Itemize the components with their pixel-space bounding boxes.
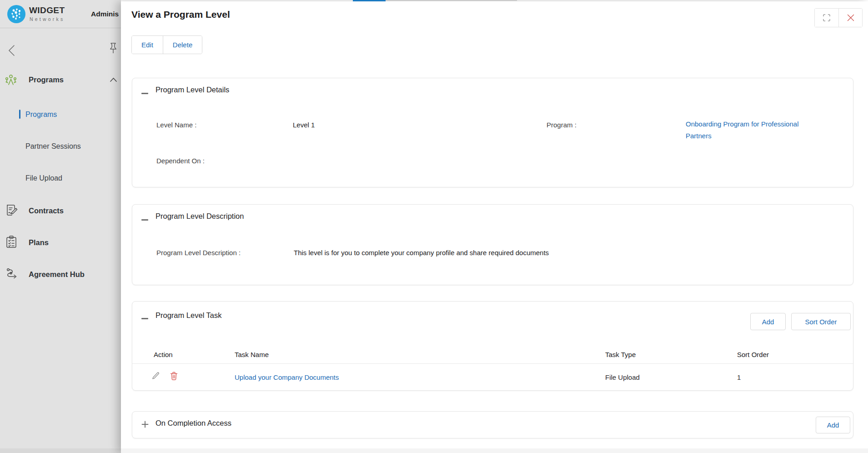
chevron-left-icon [7,44,17,57]
view-program-level-drawer: View a Program Level [121,1,868,453]
brand-logo-icon [7,5,25,23]
minus-icon [141,318,148,319]
horizontal-scrollbar-track[interactable] [0,448,868,453]
delete-button[interactable]: Delete [163,36,202,54]
close-button[interactable] [838,9,862,27]
plans-icon [5,235,18,249]
minus-icon [141,93,148,94]
sidebar-collapse-button[interactable] [6,44,18,58]
pencil-icon [151,371,160,380]
chevron-up-icon [110,77,117,82]
brand-title: WIDGET [29,5,65,15]
sidebar-item-contracts[interactable]: Contracts [0,203,121,219]
program-level-description-section: Program Level Description Program Level … [132,204,853,285]
program-link[interactable]: Onboarding Program for Professional Part… [686,118,812,142]
plus-icon [141,421,149,428]
window-controls [814,8,863,27]
trash-icon [170,371,178,381]
collapse-section-button[interactable] [141,88,149,96]
sidebar-item-label: Contracts [29,206,64,215]
expand-section-button[interactable] [141,421,149,428]
program-level-details-section: Program Level Details Level Name : Level… [132,78,853,187]
sidebar-item-agreement-hub[interactable]: Agreement Hub [0,267,121,282]
topbar: WIDGET Networks Adminis [0,0,121,28]
brand-subtitle: Networks [30,16,65,22]
edit-task-button[interactable] [151,371,160,382]
sidebar-item-plans[interactable]: Plans [0,235,121,251]
delete-task-button[interactable] [170,371,178,382]
sidebar: WIDGET Networks Adminis [0,0,121,453]
dependent-on-label: Dependent On : [156,157,205,165]
edit-button[interactable]: Edit [132,36,163,54]
fullscreen-button[interactable] [815,9,838,27]
column-header-sort-order: Sort Order [737,351,769,358]
sidebar-item-label: Agreement Hub [29,270,85,279]
program-level-task-section: Program Level Task Add Sort Order Action… [132,301,853,391]
sidebar-item-file-upload[interactable]: File Upload [25,174,62,182]
sidebar-item-programs[interactable]: Programs [25,111,57,119]
collapse-section-button[interactable] [141,313,149,321]
section-title: Program Level Description [156,212,244,221]
add-task-button[interactable]: Add [750,313,786,330]
pin-icon [107,41,119,56]
section-title: On Completion Access [156,419,231,428]
program-label: Program : [547,121,577,129]
section-title: Program Level Task [156,311,222,320]
background-tab-divider [386,0,517,1]
app-root: WIDGET Networks Adminis [0,0,868,453]
description-label: Program Level Description : [156,249,241,257]
active-item-indicator [19,110,20,119]
topbar-section-label: Adminis [91,10,121,18]
task-type-cell: File Upload [605,373,640,381]
pin-button[interactable] [107,41,120,57]
sort-order-button[interactable]: Sort Order [791,313,851,330]
record-toolbar: Edit Delete [131,35,202,54]
contracts-icon [5,203,19,217]
sort-order-cell: 1 [737,373,741,381]
description-value: This level is for you to complete your c… [294,249,549,257]
section-title: Program Level Details [156,86,229,94]
fullscreen-icon [823,14,831,22]
collapse-section-button[interactable] [141,215,149,222]
sidebar-group-programs[interactable]: Programs [0,73,121,88]
sidebar-group-label: Programs [29,76,64,84]
on-completion-access-section: On Completion Access Add [132,411,853,438]
add-completion-access-button[interactable]: Add [816,417,850,433]
column-header-action: Action [154,351,173,358]
programs-icon [4,73,18,87]
level-name-label: Level Name : [156,121,196,129]
level-name-value: Level 1 [293,121,315,129]
sidebar-item-label: Plans [29,238,49,247]
column-header-task-name: Task Name [235,351,269,358]
minus-icon [141,219,148,221]
close-icon [847,14,855,22]
drawer-title: View a Program Level [131,9,230,20]
column-header-task-type: Task Type [605,351,636,358]
agreement-hub-icon [5,267,19,281]
task-name-link[interactable]: Upload your Company Documents [235,373,339,381]
sidebar-item-partner-sessions[interactable]: Partner Sessions [25,142,81,151]
table-header-divider [132,363,853,364]
